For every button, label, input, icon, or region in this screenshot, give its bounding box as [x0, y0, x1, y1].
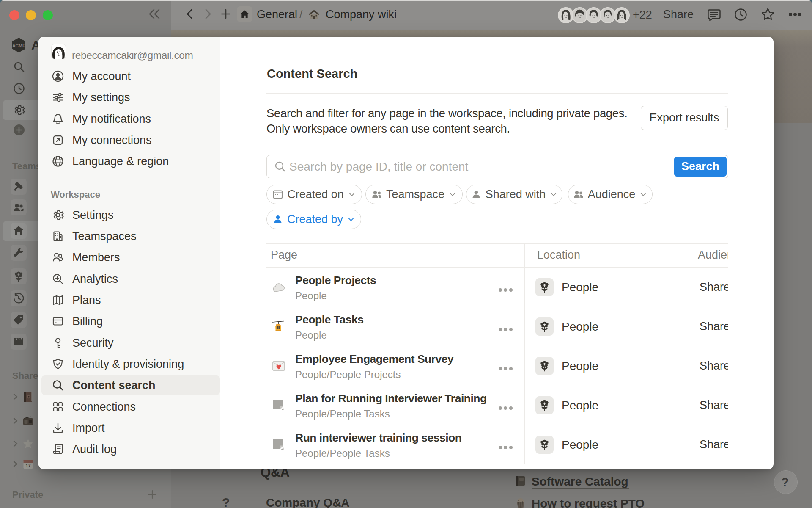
svg-text:ACME: ACME [12, 43, 25, 48]
svg-text:17: 17 [25, 463, 30, 468]
